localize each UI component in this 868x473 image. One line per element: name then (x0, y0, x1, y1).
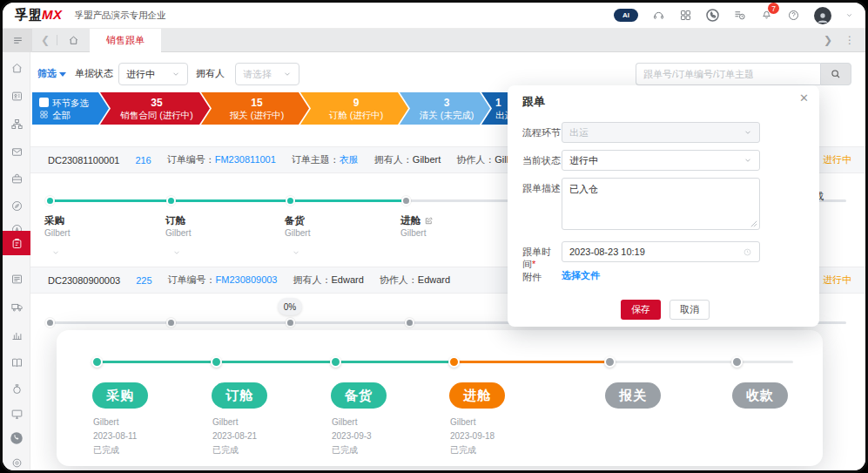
cancel-button[interactable]: 取消 (670, 300, 710, 320)
expand-chevron-icon[interactable] (172, 248, 181, 257)
search-input[interactable] (636, 63, 820, 85)
tab-sales-tracking[interactable]: 销售跟单 (90, 29, 161, 52)
tab-scroll-right-icon[interactable]: ❯ (824, 34, 832, 46)
sidebar-item-ledger[interactable] (3, 352, 30, 373)
nav-back-icon[interactable]: ❮ (41, 34, 50, 46)
owner-filter-label: 拥有人 (196, 67, 225, 80)
grid-apps-icon[interactable] (679, 9, 692, 22)
filter-toggle[interactable]: 筛选 (37, 67, 66, 80)
popup-stage-pill[interactable]: 收款 (732, 382, 788, 409)
sidebar-item-home[interactable] (3, 57, 30, 78)
timeline-dot[interactable] (286, 196, 295, 206)
timeline-progress (50, 199, 407, 202)
owner-pair: 拥有人：Edward (293, 274, 364, 287)
owner-filter-select[interactable]: 请选择 (235, 63, 299, 85)
popup-stage-pill[interactable]: 采购 (92, 382, 148, 409)
home-tab-icon[interactable] (68, 35, 79, 46)
node-person: Gilbert (44, 228, 70, 238)
timeline-dot[interactable] (286, 318, 295, 328)
popup-dot[interactable] (91, 356, 103, 368)
timeline-dot[interactable] (405, 318, 414, 328)
owner-pair: 拥有人：Gilbert (374, 153, 441, 166)
sidebar (3, 52, 30, 470)
sidebar-item-reports[interactable] (3, 324, 30, 345)
search-button[interactable] (820, 63, 851, 85)
stage-all[interactable]: 环节多选 全部 (32, 92, 109, 125)
sidebar-item-mail[interactable] (3, 141, 30, 162)
save-button[interactable]: 保存 (621, 300, 661, 320)
sidebar-item-contacts[interactable] (3, 85, 30, 106)
sidebar-item-orders-active[interactable] (3, 231, 30, 255)
status-filter-select[interactable]: 进行中 (118, 63, 188, 85)
sidebar-item-settings[interactable] (3, 452, 30, 473)
status-filter-label: 单据状态 (75, 67, 113, 80)
expand-chevron-icon[interactable] (292, 248, 300, 257)
stage-clearance[interactable]: 3清关 (未完成) (400, 92, 490, 125)
popup-stage-pill[interactable]: 进舱 (449, 382, 505, 409)
timeline-dot[interactable] (166, 196, 176, 206)
stage-select[interactable]: 出运 (562, 122, 760, 143)
node-name: 备货 (285, 214, 305, 227)
expand-chevron-icon[interactable] (51, 248, 60, 257)
multi-select-checkbox[interactable] (39, 98, 49, 107)
follow-count-link[interactable]: 216 (135, 155, 151, 166)
popup-stage-pill[interactable]: 备货 (331, 382, 387, 409)
edit-icon[interactable] (424, 216, 434, 226)
headset-icon[interactable] (652, 9, 665, 22)
tab-menu-icon[interactable]: ⋮ (844, 34, 855, 46)
app-window: 孚盟MX 孚盟产品演示专用企业 AI 7 ❮ 销售跟单 ❯ ⋮ (0, 0, 868, 473)
node-person: Gilbert (285, 228, 310, 238)
resize-handle[interactable] (750, 220, 757, 227)
app-logo: 孚盟MX (15, 7, 63, 24)
phone-circle-icon[interactable] (706, 9, 719, 22)
timeline-dot[interactable] (45, 318, 55, 328)
popup-dot[interactable] (604, 356, 616, 368)
sidebar-toggle-button[interactable] (3, 29, 32, 52)
notifications-button[interactable]: 7 (760, 7, 773, 24)
sidebar-item-finance[interactable] (3, 378, 30, 399)
subject-link[interactable]: 衣服 (340, 154, 359, 165)
time-input[interactable]: 2023-08-23 10:19 (562, 241, 760, 262)
popup-dot[interactable] (211, 356, 222, 368)
sidebar-item-logistics[interactable] (3, 296, 30, 317)
sidebar-item-monitor[interactable] (3, 403, 30, 424)
search-group (636, 63, 851, 85)
popup-dot[interactable] (330, 356, 341, 368)
timeline-dot[interactable] (166, 318, 176, 328)
list-clock-icon[interactable] (733, 9, 746, 22)
popup-stage-pill[interactable]: 订舱 (212, 382, 267, 409)
popup-stage-pill[interactable]: 报关 (605, 382, 661, 409)
popup-node-detail: Gilbert2023-09-18已完成 (450, 416, 495, 457)
follow-count-link[interactable]: 225 (136, 275, 151, 286)
sidebar-item-briefcase[interactable] (3, 168, 30, 189)
ai-assistant-button[interactable]: AI (614, 9, 638, 22)
choose-file-link[interactable]: 选择文件 (562, 269, 600, 282)
time-field-label-line2: 间* (522, 258, 564, 271)
stage-customs[interactable]: 15报关 (进行中) (201, 92, 309, 125)
popup-dot[interactable] (448, 356, 460, 368)
required-asterisk: * (532, 259, 535, 269)
help-icon[interactable] (787, 9, 800, 22)
stage-sales-contract[interactable]: 35销售合同 (进行中) (100, 92, 210, 125)
avatar[interactable] (814, 7, 831, 24)
popup-dot[interactable] (731, 356, 743, 368)
app-header: 孚盟MX 孚盟产品演示专用企业 AI 7 (3, 3, 865, 29)
order-no-link[interactable]: FM230811001 (215, 154, 276, 165)
node-person: Gilbert (400, 228, 426, 238)
sidebar-item-documents[interactable] (3, 268, 30, 289)
description-textarea[interactable]: 已入仓 (562, 178, 760, 230)
sidebar-item-compass[interactable] (3, 195, 30, 216)
whatsapp-icon (9, 430, 24, 446)
caret-down-icon (59, 72, 66, 77)
stage-booking[interactable]: 9订舱 (进行中) (300, 92, 408, 125)
sidebar-item-whatsapp[interactable] (3, 428, 30, 449)
order-no-link[interactable]: FM230809003 (216, 274, 278, 285)
close-icon[interactable]: ✕ (799, 91, 809, 105)
search-icon (830, 68, 842, 80)
time-field-label-line1: 跟单时 (522, 246, 564, 259)
timeline-dot[interactable] (401, 196, 411, 206)
chevron-down-icon[interactable] (845, 11, 853, 19)
timeline-dot[interactable] (45, 196, 55, 206)
sidebar-item-org[interactable] (3, 113, 30, 134)
status-select[interactable]: 进行中 (562, 150, 760, 171)
